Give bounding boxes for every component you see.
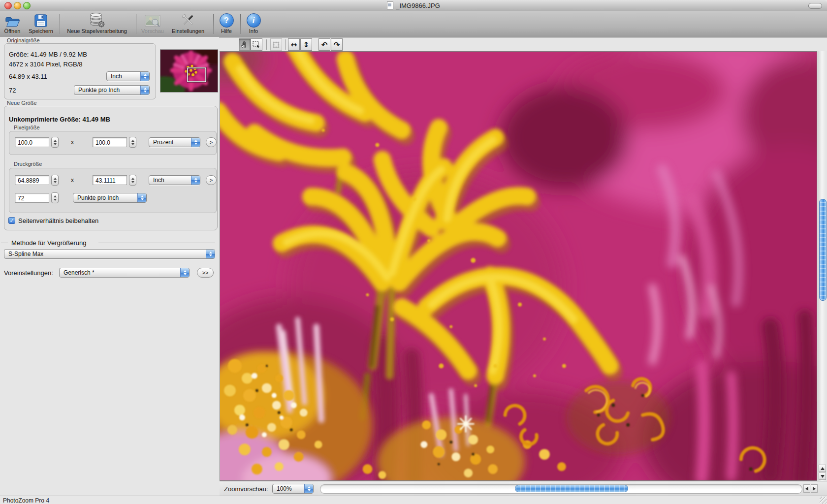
flip-horizontal-icon: ↔ <box>291 40 297 49</box>
settings-tools-icon <box>181 12 195 28</box>
print-resolution-unit-select[interactable]: Punkte pro Inch <box>73 193 147 203</box>
crop-icon <box>272 41 280 49</box>
rotate-ccw-button[interactable]: ↶ <box>318 38 330 51</box>
divider <box>98 243 215 243</box>
print-height-input[interactable]: 43.1111 <box>93 175 127 185</box>
popup-arrows-icon <box>180 268 189 277</box>
checkmark-icon: ✓ <box>9 218 14 223</box>
vertical-scrollbar[interactable] <box>818 51 827 481</box>
original-pixels-text: 4672 x 3104 Pixel, RGB/8 <box>9 61 83 68</box>
presets-more-button[interactable]: >> <box>197 268 214 278</box>
flip-vertical-icon: ↕ <box>303 40 310 49</box>
pixel-size-label: Pixelgröße <box>14 125 40 130</box>
horizontal-scrollbar[interactable] <box>320 484 802 494</box>
flower-macro-photo <box>220 52 817 480</box>
preview-image-icon <box>145 12 160 28</box>
print-unit-select[interactable]: Inch <box>149 175 200 185</box>
popup-arrows-icon <box>191 138 200 147</box>
original-print-dimensions: 64.89 x 43.11 <box>9 73 47 80</box>
crop-tool-button <box>270 38 282 51</box>
keep-aspect-checkbox[interactable]: ✓ <box>8 217 15 224</box>
scroll-right-button[interactable] <box>811 484 818 493</box>
rotate-ccw-icon: ↶ <box>321 40 328 49</box>
toolbar-separator <box>240 14 241 33</box>
flip-vertical-button[interactable]: ↕ <box>300 38 312 51</box>
preview-button: Vorschau <box>138 12 167 34</box>
presets-select[interactable]: Generisch * <box>59 268 190 278</box>
uncompressed-size-text: Unkomprimierte Größe: 41.49 MB <box>9 116 110 123</box>
print-size-box <box>9 168 217 213</box>
divider <box>1 243 8 243</box>
print-resolution-input[interactable]: 72 <box>15 193 49 203</box>
hand-icon <box>241 41 249 49</box>
flip-horizontal-button[interactable]: ↔ <box>288 38 300 51</box>
document-icon <box>387 1 393 9</box>
original-size-group-label: Originalgröße <box>7 37 40 43</box>
scroll-left-button[interactable] <box>803 484 810 493</box>
new-batch-button[interactable]: Neue Stapelverarbeitung <box>60 12 134 34</box>
print-width-stepper[interactable] <box>51 175 59 186</box>
keep-aspect-label: Seitenverhältnis beibehalten <box>18 217 98 224</box>
print-resolution-stepper[interactable] <box>51 192 59 203</box>
open-folder-icon <box>4 12 20 28</box>
toolbar-toggle-pill[interactable] <box>808 3 822 9</box>
pixel-times-label: x <box>71 139 74 146</box>
window-title: _IMG9866.JPG <box>396 2 440 9</box>
pixel-width-stepper[interactable] <box>51 137 59 148</box>
zoom-preview-bar: Zoomvorschau: 100% <box>220 481 827 496</box>
open-button[interactable]: Öffnen <box>0 12 25 34</box>
original-unit-select[interactable]: Inch <box>106 71 150 81</box>
resize-grip[interactable] <box>820 497 827 504</box>
save-button[interactable]: Speichern <box>25 12 57 34</box>
method-label: Methode für Vergrößerung <box>11 239 86 247</box>
print-apply-button[interactable]: > <box>206 175 217 185</box>
vertical-scrollbar-thumb[interactable] <box>819 199 827 301</box>
app-name-text: PhotoZoom Pro 4 <box>3 497 49 504</box>
toolbar-separator <box>285 39 286 50</box>
popup-arrows-icon <box>304 484 313 493</box>
toolbar-separator <box>213 14 214 33</box>
rotate-cw-icon: ↷ <box>334 40 340 49</box>
zoom-level-select[interactable]: 100% <box>272 484 314 494</box>
print-height-stepper[interactable] <box>129 175 136 186</box>
settings-panel: Originalgröße Größe: 41.49 MB / 9.92 MB … <box>0 37 219 496</box>
presets-label: Voreinstellungen: <box>4 269 53 277</box>
selection-tool-button[interactable] <box>251 38 262 51</box>
help-button[interactable]: ? Hilfe <box>216 12 237 34</box>
info-button[interactable]: i Info <box>243 12 264 34</box>
rotate-cw-button[interactable]: ↷ <box>331 38 343 51</box>
popup-arrows-icon <box>140 72 149 81</box>
scroll-down-button[interactable] <box>819 472 826 480</box>
method-select[interactable]: S-Spline Max <box>4 249 215 259</box>
pixel-apply-button[interactable]: > <box>206 137 217 147</box>
original-resolution-unit-select[interactable]: Punkte pro Inch <box>74 85 150 95</box>
info-icon: i <box>247 13 261 28</box>
marquee-icon <box>253 41 260 49</box>
print-width-input[interactable]: 64.8889 <box>15 175 49 185</box>
save-floppy-icon <box>34 12 48 28</box>
hand-tool-button[interactable] <box>239 38 251 51</box>
pixel-width-input[interactable]: 100.0 <box>15 137 49 147</box>
new-size-group-label: Neue Größe <box>7 100 37 106</box>
zoom-preview-label: Zoomvorschau: <box>224 485 268 493</box>
photo-canvas[interactable] <box>220 51 817 481</box>
pixel-height-input[interactable]: 100.0 <box>93 137 127 147</box>
settings-button[interactable]: Einstellungen <box>168 12 208 34</box>
scroll-up-button[interactable] <box>819 465 826 472</box>
print-size-label: Druckgröße <box>14 161 42 167</box>
horizontal-scrollbar-thumb[interactable] <box>515 485 628 492</box>
title-bar[interactable]: _IMG9866.JPG <box>0 0 827 11</box>
pixel-height-stepper[interactable] <box>129 137 136 148</box>
original-resolution: 72 <box>9 87 16 94</box>
crop-selection-rect[interactable] <box>160 50 218 92</box>
image-thumbnail <box>160 49 218 93</box>
toolbar-separator <box>266 39 267 50</box>
print-times-label: x <box>71 177 74 184</box>
status-bar: PhotoZoom Pro 4 <box>0 496 827 504</box>
original-size-text: Größe: 41.49 MB / 9.92 MB <box>9 51 87 58</box>
popup-arrows-icon <box>140 86 149 94</box>
pixel-unit-select[interactable]: Prozent <box>149 137 200 147</box>
batch-database-icon <box>89 12 105 28</box>
image-toolbar: ↔ ↕ ↶ ↷ <box>220 37 817 51</box>
toolbar-separator <box>136 14 136 33</box>
